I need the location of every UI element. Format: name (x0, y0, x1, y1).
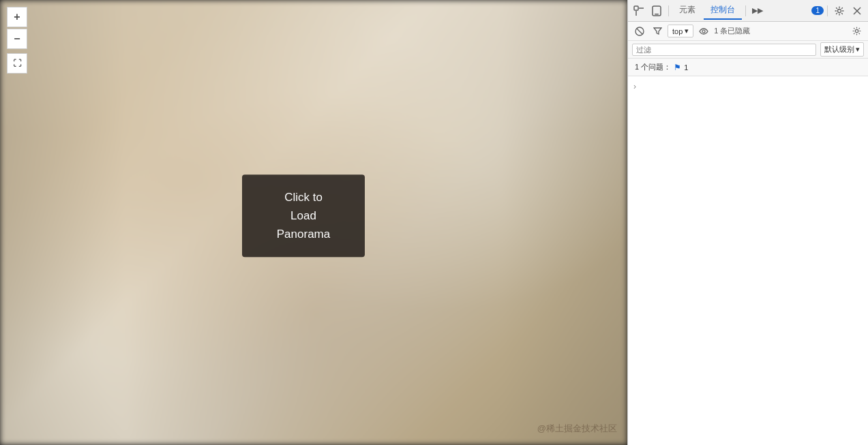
toolbar-separator-3 (827, 5, 828, 16)
hidden-count-label: 1 条已隐藏 (714, 26, 750, 36)
load-panorama-button[interactable]: Click to Load Panorama (242, 174, 365, 258)
devtools-console-toolbar: top ▾ 1 条已隐藏 (628, 22, 868, 41)
context-value: top (672, 27, 683, 35)
toolbar-separator-1 (668, 5, 669, 16)
filter-input[interactable] (632, 44, 816, 56)
svg-rect-0 (634, 6, 638, 10)
devtools-expand-arrow[interactable]: › (628, 79, 868, 94)
svg-rect-4 (655, 14, 659, 15)
issues-label: 1 个问题： (635, 62, 671, 72)
tab-elements[interactable]: 元素 (672, 1, 702, 20)
panorama-viewer: + − ⛶ Click to Load Panorama @稀土掘金技术社区 (0, 0, 627, 445)
eye-button[interactable] (696, 24, 711, 39)
svg-point-11 (855, 29, 858, 32)
map-controls: + − ⛶ (7, 7, 27, 74)
close-devtools-button[interactable] (849, 3, 865, 19)
issues-count: 1 (684, 63, 688, 72)
devtools-issues-bar: 1 个问题： ⚑ 1 (628, 59, 868, 76)
devtools-filter-row: 默认级别 ▾ (628, 41, 868, 59)
context-dropdown-arrow: ▾ (685, 27, 689, 35)
settings-button[interactable] (831, 3, 848, 19)
devtools-console-area[interactable]: › (628, 76, 868, 445)
watermark: @稀土掘金技术社区 (537, 423, 617, 435)
issues-flag-icon: ⚑ (674, 63, 681, 72)
load-panorama-line1: Click to (284, 191, 323, 204)
console-settings-button[interactable] (849, 24, 864, 39)
svg-line-9 (637, 29, 642, 34)
toolbar-separator-2 (745, 5, 746, 16)
context-dropdown[interactable]: top ▾ (668, 25, 693, 37)
level-label: 默认级别 (824, 44, 854, 55)
inspect-element-button[interactable] (631, 3, 647, 19)
load-panorama-line2: Load (290, 209, 316, 222)
zoom-out-button[interactable]: − (7, 29, 27, 49)
tab-console[interactable]: 控制台 (704, 1, 742, 20)
console-filter-button[interactable] (650, 24, 665, 39)
zoom-in-button[interactable]: + (7, 7, 27, 27)
console-badge: 1 (811, 6, 824, 15)
load-panorama-line3: Panorama (277, 228, 330, 241)
clear-console-button[interactable] (632, 24, 647, 39)
more-tabs-button[interactable]: ▶▶ (749, 3, 766, 19)
svg-point-5 (838, 9, 841, 12)
fullscreen-button[interactable]: ⛶ (7, 53, 27, 74)
device-toolbar-button[interactable] (648, 3, 665, 19)
level-dropdown[interactable]: 默认级别 ▾ (820, 42, 864, 57)
devtools-toolbar: 元素 控制台 ▶▶ 1 (628, 0, 868, 22)
svg-point-10 (702, 30, 705, 33)
devtools-panel: 元素 控制台 ▶▶ 1 (627, 0, 868, 445)
level-dropdown-arrow: ▾ (856, 45, 860, 54)
